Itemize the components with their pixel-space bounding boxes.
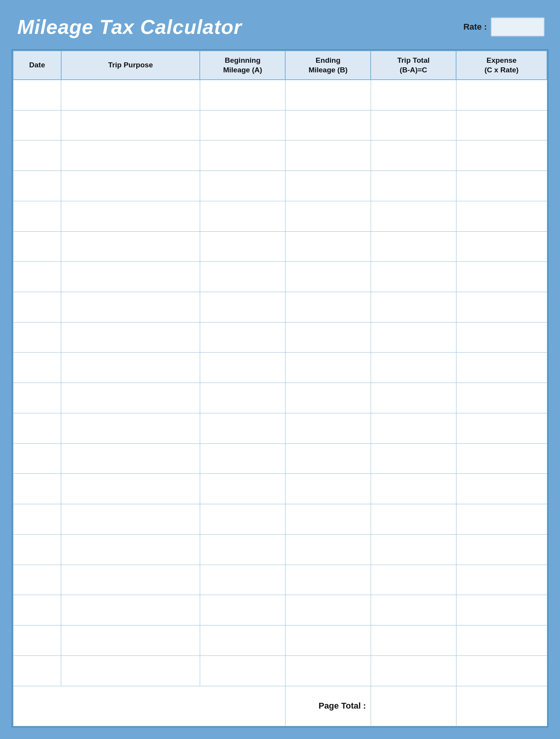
table-cell[interactable]	[456, 655, 547, 686]
table-cell[interactable]	[61, 292, 200, 323]
table-cell[interactable]	[200, 353, 285, 383]
table-cell[interactable]	[13, 171, 61, 201]
table-cell[interactable]	[285, 322, 371, 353]
table-cell[interactable]	[13, 201, 61, 231]
table-cell[interactable]	[456, 565, 547, 595]
table-cell[interactable]	[13, 625, 61, 656]
table-cell[interactable]	[200, 474, 285, 504]
table-cell[interactable]	[285, 80, 371, 110]
table-cell[interactable]	[200, 231, 285, 262]
table-cell[interactable]	[61, 474, 200, 504]
table-cell[interactable]	[61, 595, 200, 625]
table-cell[interactable]	[13, 262, 61, 292]
table-cell[interactable]	[371, 231, 456, 262]
table-row[interactable]	[13, 655, 547, 686]
table-cell[interactable]	[200, 262, 285, 292]
table-cell[interactable]	[61, 353, 200, 383]
table-cell[interactable]	[200, 140, 285, 171]
table-cell[interactable]	[61, 504, 200, 535]
table-cell[interactable]	[456, 353, 547, 383]
table-cell[interactable]	[13, 322, 61, 353]
table-cell[interactable]	[200, 443, 285, 474]
table-cell[interactable]	[456, 231, 547, 262]
table-cell[interactable]	[13, 413, 61, 443]
table-cell[interactable]	[456, 201, 547, 231]
table-cell[interactable]	[285, 383, 371, 413]
table-cell[interactable]	[61, 413, 200, 443]
table-cell[interactable]	[13, 383, 61, 413]
table-cell[interactable]	[285, 625, 371, 656]
table-cell[interactable]	[456, 110, 547, 140]
table-cell[interactable]	[456, 80, 547, 110]
table-row[interactable]	[13, 413, 547, 443]
table-row[interactable]	[13, 625, 547, 656]
table-cell[interactable]	[200, 110, 285, 140]
table-cell[interactable]	[13, 474, 61, 504]
table-cell[interactable]	[371, 262, 456, 292]
table-cell[interactable]	[200, 534, 285, 565]
table-row[interactable]	[13, 322, 547, 353]
table-cell[interactable]	[456, 383, 547, 413]
table-row[interactable]	[13, 443, 547, 474]
table-cell[interactable]	[285, 443, 371, 474]
table-cell[interactable]	[285, 595, 371, 625]
table-cell[interactable]	[61, 171, 200, 201]
table-cell[interactable]	[61, 383, 200, 413]
table-row[interactable]	[13, 201, 547, 231]
table-cell[interactable]	[371, 353, 456, 383]
table-cell[interactable]	[61, 110, 200, 140]
table-cell[interactable]	[456, 262, 547, 292]
table-cell[interactable]	[285, 655, 371, 686]
table-row[interactable]	[13, 504, 547, 535]
table-row[interactable]	[13, 110, 547, 140]
table-row[interactable]	[13, 80, 547, 110]
table-cell[interactable]	[13, 110, 61, 140]
table-cell[interactable]	[200, 171, 285, 201]
table-cell[interactable]	[13, 353, 61, 383]
table-cell[interactable]	[456, 625, 547, 656]
table-cell[interactable]	[285, 292, 371, 323]
page-total-expense-value[interactable]	[456, 686, 547, 726]
table-cell[interactable]	[371, 413, 456, 443]
table-cell[interactable]	[200, 655, 285, 686]
table-cell[interactable]	[456, 474, 547, 504]
table-cell[interactable]	[371, 474, 456, 504]
table-cell[interactable]	[456, 504, 547, 535]
table-cell[interactable]	[200, 322, 285, 353]
table-cell[interactable]	[285, 474, 371, 504]
table-cell[interactable]	[456, 595, 547, 625]
table-cell[interactable]	[456, 413, 547, 443]
table-cell[interactable]	[61, 565, 200, 595]
table-cell[interactable]	[371, 443, 456, 474]
table-cell[interactable]	[200, 565, 285, 595]
table-cell[interactable]	[456, 534, 547, 565]
table-cell[interactable]	[200, 504, 285, 535]
page-total-trip-value[interactable]	[371, 686, 456, 726]
table-cell[interactable]	[61, 80, 200, 110]
table-cell[interactable]	[13, 292, 61, 323]
table-cell[interactable]	[61, 322, 200, 353]
table-cell[interactable]	[371, 292, 456, 323]
table-cell[interactable]	[13, 140, 61, 171]
table-cell[interactable]	[285, 231, 371, 262]
table-row[interactable]	[13, 534, 547, 565]
table-cell[interactable]	[456, 140, 547, 171]
table-cell[interactable]	[371, 625, 456, 656]
table-row[interactable]	[13, 353, 547, 383]
table-cell[interactable]	[371, 383, 456, 413]
table-cell[interactable]	[285, 534, 371, 565]
table-cell[interactable]	[285, 110, 371, 140]
table-row[interactable]	[13, 171, 547, 201]
table-cell[interactable]	[13, 565, 61, 595]
table-row[interactable]	[13, 595, 547, 625]
table-cell[interactable]	[200, 80, 285, 110]
table-cell[interactable]	[456, 292, 547, 323]
table-cell[interactable]	[285, 504, 371, 535]
table-cell[interactable]	[371, 534, 456, 565]
table-row[interactable]	[13, 262, 547, 292]
table-cell[interactable]	[13, 231, 61, 262]
table-cell[interactable]	[61, 201, 200, 231]
table-cell[interactable]	[200, 595, 285, 625]
table-cell[interactable]	[285, 565, 371, 595]
table-cell[interactable]	[371, 655, 456, 686]
